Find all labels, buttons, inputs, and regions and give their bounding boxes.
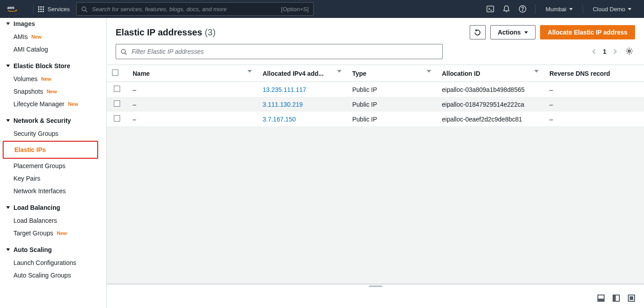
sidebar-group-load-balancing[interactable]: Load Balancing (0, 201, 106, 214)
split-handle[interactable] (107, 284, 644, 288)
sidebar-group-title: Elastic Block Store (13, 62, 70, 69)
svg-line-9 (125, 53, 127, 55)
sidebar-group-title: Images (13, 20, 35, 27)
filter-input[interactable] (131, 48, 438, 55)
cell-ipv4-link[interactable]: 3.111.130.219 (263, 101, 303, 108)
chevron-down-icon (6, 22, 10, 25)
table-row[interactable]: – 13.235.111.117 Public IP eipalloc-03a8… (107, 82, 644, 97)
sidebar-group-ebs[interactable]: Elastic Block Store (0, 59, 106, 73)
panel-bottom-icon[interactable] (597, 295, 605, 302)
prev-page-button[interactable] (592, 48, 596, 55)
cloudshell-icon[interactable] (482, 0, 498, 18)
allocate-button[interactable]: Allocate Elastic IP address (540, 25, 635, 39)
sidebar-item-key-pairs[interactable]: Key Pairs (0, 172, 106, 185)
gear-icon (625, 47, 633, 55)
detail-panel-toolbar (107, 288, 644, 308)
panel-full-icon[interactable] (628, 295, 635, 302)
sidebar-item-auto-scaling-groups[interactable]: Auto Scaling Groups (13, 269, 106, 282)
cell-name: – (127, 97, 257, 112)
cell-ipv4-link[interactable]: 13.235.111.117 (263, 86, 306, 93)
sidebar-item-security-groups[interactable]: Security Groups (0, 127, 106, 140)
svg-point-10 (628, 50, 631, 52)
notifications-icon[interactable] (498, 0, 514, 18)
next-page-button[interactable] (613, 48, 617, 55)
eip-table: Name Allocated IPv4 add... Type Allocati… (107, 65, 644, 126)
sidebar-item-volumes[interactable]: VolumesNew (13, 73, 106, 85)
sidebar-item-ami-catalog[interactable]: AMI Catalog (13, 43, 106, 56)
col-type[interactable]: Type (347, 65, 437, 82)
sidebar-item-label: Security Groups (13, 130, 58, 137)
sort-icon (337, 70, 341, 73)
sidebar-item-load-balancers[interactable]: Load Balancers (13, 214, 106, 227)
sidebar-item-network-interfaces[interactable]: Network Interfaces (0, 185, 106, 197)
row-checkbox[interactable] (114, 86, 120, 92)
sidebar-item-label: Key Pairs (13, 175, 40, 182)
sidebar-group-network-security[interactable]: Network & Security (0, 114, 106, 127)
sidebar-group-title: Load Balancing (13, 204, 60, 211)
services-menu[interactable]: Services (38, 6, 70, 13)
sidebar-group-auto-scaling[interactable]: Auto Scaling (0, 243, 106, 256)
account-menu[interactable]: Cloud Demo (588, 6, 637, 13)
col-name[interactable]: Name (127, 65, 257, 82)
cell-type: Public IP (347, 97, 437, 112)
table-row[interactable]: – 3.7.167.150 Public IP eipalloc-0eaef2d… (107, 112, 644, 126)
sidebar-item-placement-groups[interactable]: Placement Groups (0, 160, 106, 172)
actions-button[interactable]: Actions (490, 25, 536, 39)
sidebar-item-lifecycle-manager[interactable]: Lifecycle ManagerNew (13, 98, 106, 110)
sidebar-item-label: Auto Scaling Groups (13, 272, 71, 279)
col-ipv4[interactable]: Allocated IPv4 add... (257, 65, 347, 82)
settings-button[interactable] (623, 45, 635, 58)
sidebar-item-label: Network Interfaces (13, 187, 66, 195)
cell-type: Public IP (347, 112, 437, 126)
row-checkbox[interactable] (114, 115, 120, 121)
search-icon (121, 48, 127, 55)
cell-rdns: – (544, 97, 644, 112)
sidebar-item-label: Target Groups (13, 230, 53, 237)
cell-rdns: – (544, 112, 644, 126)
sidebar-item-elastic-ips[interactable]: Elastic IPs (4, 143, 97, 156)
aws-logo[interactable]: aws (7, 4, 22, 13)
sidebar-item-label: Elastic IPs (14, 146, 46, 153)
select-all-checkbox[interactable] (112, 69, 118, 76)
sidebar-group-title: Network & Security (13, 117, 71, 124)
global-nav: aws Services [Option+S] Mumbai Cloud Dem… (0, 0, 644, 18)
filter-input-wrap[interactable] (116, 44, 443, 59)
divider (33, 4, 34, 14)
search-input[interactable] (92, 6, 281, 13)
sidebar-item-target-groups[interactable]: Target GroupsNew (13, 227, 106, 239)
panel-side-icon[interactable] (613, 295, 620, 302)
col-allocation-id[interactable]: Allocation ID (437, 65, 544, 82)
sidebar-group-images[interactable]: Images (0, 18, 106, 30)
cell-allocation-id: eipalloc-0eaef2d2c9de8bc81 (437, 112, 544, 126)
chevron-down-icon (6, 206, 10, 209)
svg-line-2 (86, 10, 87, 12)
help-icon[interactable] (514, 0, 531, 18)
cell-allocation-id: eipalloc-01847929514e222ca (437, 97, 544, 112)
cell-ipv4-link[interactable]: 3.7.167.150 (263, 116, 296, 123)
col-label: Type (352, 70, 367, 77)
region-label: Mumbai (545, 6, 566, 13)
refresh-icon (474, 29, 481, 36)
actions-label: Actions (498, 29, 521, 36)
sort-icon (534, 70, 539, 73)
svg-text:aws: aws (7, 5, 14, 10)
divider (535, 4, 536, 14)
global-search[interactable]: [Option+S] (76, 2, 314, 16)
new-badge: New (41, 76, 52, 82)
chevron-down-icon (6, 65, 10, 67)
col-reverse-dns[interactable]: Reverse DNS record (544, 65, 644, 82)
row-checkbox[interactable] (114, 100, 120, 107)
sidebar-item-amis[interactable]: AMIsNew (13, 30, 106, 43)
search-shortcut: [Option+S] (281, 6, 309, 13)
table-row[interactable]: – 3.111.130.219 Public IP eipalloc-01847… (107, 97, 644, 112)
col-label: Reverse DNS record (549, 70, 610, 77)
sidebar-item-launch-configurations[interactable]: Launch Configurations (13, 256, 106, 269)
sidebar-item-snapshots[interactable]: SnapshotsNew (13, 85, 106, 98)
account-label: Cloud Demo (593, 6, 625, 13)
refresh-button[interactable] (470, 25, 486, 39)
services-label: Services (48, 6, 70, 13)
drag-handle-icon (369, 286, 382, 287)
region-selector[interactable]: Mumbai (540, 6, 578, 13)
page-title-text: Elastic IP addresses (116, 27, 202, 37)
new-badge: New (31, 34, 42, 39)
